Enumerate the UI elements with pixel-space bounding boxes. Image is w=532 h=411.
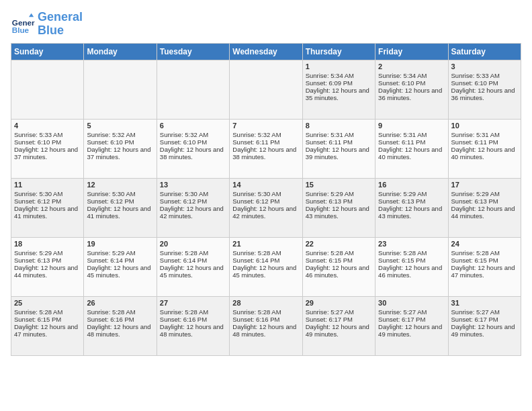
day-number: 9 xyxy=(378,122,445,130)
day-info: Sunrise: 5:31 AMSunset: 6:11 PMDaylight:… xyxy=(451,131,515,161)
day-number: 6 xyxy=(160,122,226,130)
calendar-cell: 3Sunrise: 5:33 AMSunset: 6:10 PMDaylight… xyxy=(448,60,521,119)
day-info: Sunrise: 5:32 AMSunset: 6:10 PMDaylight:… xyxy=(87,131,150,161)
day-info: Sunrise: 5:28 AMSunset: 6:16 PMDaylight:… xyxy=(232,308,296,338)
day-info: Sunrise: 5:27 AMSunset: 6:17 PMDaylight:… xyxy=(451,308,515,338)
calendar-cell: 19Sunrise: 5:29 AMSunset: 6:14 PMDayligh… xyxy=(84,237,157,296)
day-info: Sunrise: 5:31 AMSunset: 6:11 PMDaylight:… xyxy=(378,131,442,161)
day-info: Sunrise: 5:28 AMSunset: 6:16 PMDaylight:… xyxy=(87,308,150,338)
column-header-tuesday: Tuesday xyxy=(157,43,229,60)
day-number: 23 xyxy=(378,240,445,248)
page-header: General Blue General Blue xyxy=(11,11,521,38)
day-number: 4 xyxy=(14,122,81,130)
day-number: 3 xyxy=(451,62,518,71)
day-info: Sunrise: 5:30 AMSunset: 6:12 PMDaylight:… xyxy=(232,190,296,220)
svg-marker-2 xyxy=(29,13,34,17)
day-number: 10 xyxy=(451,122,518,130)
day-info: Sunrise: 5:29 AMSunset: 6:13 PMDaylight:… xyxy=(14,249,78,279)
logo-icon: General Blue xyxy=(11,12,35,36)
day-number: 22 xyxy=(306,240,372,248)
day-number: 1 xyxy=(306,62,372,71)
day-info: Sunrise: 5:28 AMSunset: 6:14 PMDaylight:… xyxy=(160,249,224,279)
day-number: 26 xyxy=(87,299,153,307)
week-row-2: 4Sunrise: 5:33 AMSunset: 6:10 PMDaylight… xyxy=(11,119,521,178)
calendar-cell: 29Sunrise: 5:27 AMSunset: 6:17 PMDayligh… xyxy=(302,296,375,355)
calendar-cell: 20Sunrise: 5:28 AMSunset: 6:14 PMDayligh… xyxy=(157,237,229,296)
day-number: 14 xyxy=(232,181,299,189)
calendar-cell xyxy=(11,60,84,119)
week-row-4: 18Sunrise: 5:29 AMSunset: 6:13 PMDayligh… xyxy=(11,237,521,296)
day-info: Sunrise: 5:27 AMSunset: 6:17 PMDaylight:… xyxy=(306,308,369,338)
day-info: Sunrise: 5:30 AMSunset: 6:12 PMDaylight:… xyxy=(87,190,150,220)
day-number: 31 xyxy=(451,299,518,307)
calendar-cell: 17Sunrise: 5:29 AMSunset: 6:13 PMDayligh… xyxy=(448,178,521,237)
day-info: Sunrise: 5:28 AMSunset: 6:15 PMDaylight:… xyxy=(378,249,442,279)
day-number: 17 xyxy=(451,181,518,189)
day-number: 8 xyxy=(306,122,372,130)
calendar-cell: 5Sunrise: 5:32 AMSunset: 6:10 PMDaylight… xyxy=(84,119,157,178)
calendar-header-row: SundayMondayTuesdayWednesdayThursdayFrid… xyxy=(11,43,521,60)
day-info: Sunrise: 5:29 AMSunset: 6:13 PMDaylight:… xyxy=(378,190,442,220)
calendar-cell: 31Sunrise: 5:27 AMSunset: 6:17 PMDayligh… xyxy=(448,296,521,355)
day-info: Sunrise: 5:28 AMSunset: 6:16 PMDaylight:… xyxy=(160,308,224,338)
day-number: 21 xyxy=(232,240,299,248)
day-info: Sunrise: 5:28 AMSunset: 6:15 PMDaylight:… xyxy=(306,249,369,279)
calendar-cell: 1Sunrise: 5:34 AMSunset: 6:09 PMDaylight… xyxy=(302,60,375,119)
calendar-cell: 7Sunrise: 5:32 AMSunset: 6:11 PMDaylight… xyxy=(230,119,302,178)
day-number: 5 xyxy=(87,122,153,130)
column-header-monday: Monday xyxy=(84,43,157,60)
day-number: 15 xyxy=(306,181,372,189)
calendar-cell xyxy=(84,60,157,119)
logo-text-line2: Blue xyxy=(38,24,83,38)
day-info: Sunrise: 5:27 AMSunset: 6:17 PMDaylight:… xyxy=(378,308,442,338)
column-header-sunday: Sunday xyxy=(11,43,84,60)
calendar-cell: 15Sunrise: 5:29 AMSunset: 6:13 PMDayligh… xyxy=(302,178,375,237)
day-number: 11 xyxy=(14,181,81,189)
day-info: Sunrise: 5:32 AMSunset: 6:10 PMDaylight:… xyxy=(160,131,224,161)
calendar-cell: 9Sunrise: 5:31 AMSunset: 6:11 PMDaylight… xyxy=(375,119,448,178)
calendar-cell: 26Sunrise: 5:28 AMSunset: 6:16 PMDayligh… xyxy=(84,296,157,355)
calendar-cell: 23Sunrise: 5:28 AMSunset: 6:15 PMDayligh… xyxy=(375,237,448,296)
calendar-cell: 13Sunrise: 5:30 AMSunset: 6:12 PMDayligh… xyxy=(157,178,229,237)
day-number: 12 xyxy=(87,181,153,189)
week-row-3: 11Sunrise: 5:30 AMSunset: 6:12 PMDayligh… xyxy=(11,178,521,237)
column-header-wednesday: Wednesday xyxy=(230,43,302,60)
calendar-cell: 27Sunrise: 5:28 AMSunset: 6:16 PMDayligh… xyxy=(157,296,229,355)
calendar-cell: 21Sunrise: 5:28 AMSunset: 6:14 PMDayligh… xyxy=(230,237,302,296)
day-info: Sunrise: 5:30 AMSunset: 6:12 PMDaylight:… xyxy=(14,190,78,220)
calendar-table: SundayMondayTuesdayWednesdayThursdayFrid… xyxy=(11,43,521,356)
svg-text:Blue: Blue xyxy=(12,25,30,34)
calendar-cell: 22Sunrise: 5:28 AMSunset: 6:15 PMDayligh… xyxy=(302,237,375,296)
calendar-cell: 28Sunrise: 5:28 AMSunset: 6:16 PMDayligh… xyxy=(230,296,302,355)
week-row-5: 25Sunrise: 5:28 AMSunset: 6:15 PMDayligh… xyxy=(11,296,521,355)
day-number: 25 xyxy=(14,299,81,307)
calendar-cell: 4Sunrise: 5:33 AMSunset: 6:10 PMDaylight… xyxy=(11,119,84,178)
day-number: 16 xyxy=(378,181,445,189)
calendar-cell: 2Sunrise: 5:34 AMSunset: 6:10 PMDaylight… xyxy=(375,60,448,119)
day-info: Sunrise: 5:28 AMSunset: 6:15 PMDaylight:… xyxy=(451,249,515,279)
day-info: Sunrise: 5:30 AMSunset: 6:12 PMDaylight:… xyxy=(160,190,224,220)
day-number: 24 xyxy=(451,240,518,248)
day-info: Sunrise: 5:33 AMSunset: 6:10 PMDaylight:… xyxy=(451,72,515,101)
column-header-thursday: Thursday xyxy=(302,43,375,60)
calendar-cell: 25Sunrise: 5:28 AMSunset: 6:15 PMDayligh… xyxy=(11,296,84,355)
calendar-cell: 30Sunrise: 5:27 AMSunset: 6:17 PMDayligh… xyxy=(375,296,448,355)
calendar-cell: 14Sunrise: 5:30 AMSunset: 6:12 PMDayligh… xyxy=(230,178,302,237)
calendar-cell: 18Sunrise: 5:29 AMSunset: 6:13 PMDayligh… xyxy=(11,237,84,296)
day-number: 29 xyxy=(306,299,372,307)
column-header-friday: Friday xyxy=(375,43,448,60)
day-number: 28 xyxy=(232,299,299,307)
day-info: Sunrise: 5:29 AMSunset: 6:13 PMDaylight:… xyxy=(451,190,515,220)
calendar-cell xyxy=(157,60,229,119)
day-info: Sunrise: 5:29 AMSunset: 6:14 PMDaylight:… xyxy=(87,249,150,279)
calendar-cell: 6Sunrise: 5:32 AMSunset: 6:10 PMDaylight… xyxy=(157,119,229,178)
calendar-cell: 11Sunrise: 5:30 AMSunset: 6:12 PMDayligh… xyxy=(11,178,84,237)
day-number: 13 xyxy=(160,181,226,189)
day-info: Sunrise: 5:28 AMSunset: 6:14 PMDaylight:… xyxy=(232,249,296,279)
calendar-cell: 8Sunrise: 5:31 AMSunset: 6:11 PMDaylight… xyxy=(302,119,375,178)
day-info: Sunrise: 5:32 AMSunset: 6:11 PMDaylight:… xyxy=(232,131,296,161)
logo: General Blue General Blue xyxy=(11,11,83,38)
day-number: 27 xyxy=(160,299,226,307)
day-info: Sunrise: 5:31 AMSunset: 6:11 PMDaylight:… xyxy=(306,131,369,161)
day-number: 20 xyxy=(160,240,226,248)
